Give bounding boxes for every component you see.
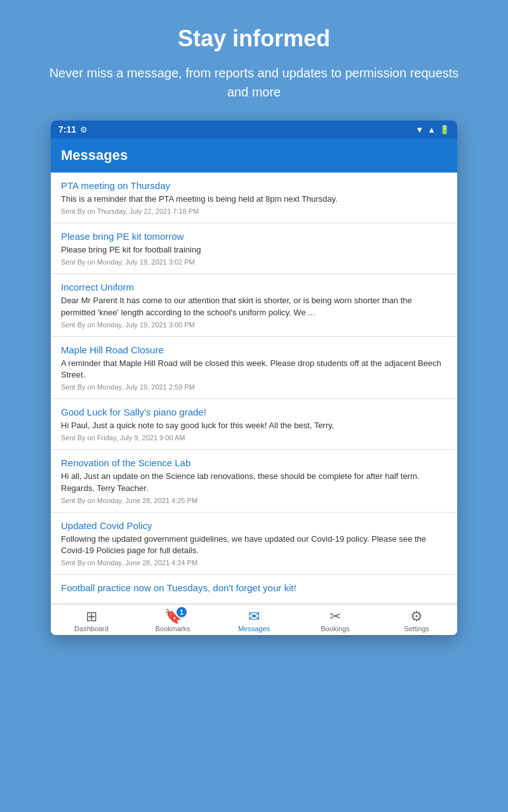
wifi-icon: ▼: [415, 125, 424, 134]
settings-icon: ⚙: [80, 125, 88, 134]
message-preview: A reminder that Maple Hill Road will be …: [61, 358, 447, 381]
message-meta: Sent By on Monday, July 19, 2021 3:00 PM: [61, 321, 447, 329]
app-header: Messages: [51, 138, 457, 173]
status-time: 7:11: [58, 124, 76, 134]
hero-subtitle: Never miss a message, from reports and u…: [38, 63, 470, 102]
message-meta: Sent By on Friday, July 9, 2021 9:00 AM: [61, 434, 447, 442]
nav-label-messages: Messages: [238, 625, 270, 632]
message-meta: Sent By on Thursday, July 22, 2021 7:18 …: [61, 207, 447, 215]
message-title: Renovation of the Science Lab: [61, 457, 447, 468]
message-item[interactable]: Please bring PE kit tomorrowPlease bring…: [51, 223, 457, 274]
message-preview: Please bring PE kit for football trainin…: [61, 244, 447, 256]
nav-badge: 1: [177, 607, 187, 617]
message-preview: Hi Paul, Just a quick note to say good l…: [61, 420, 447, 431]
message-preview: This is a reminder that the PTA meeting …: [61, 193, 447, 205]
status-right: ▼ ▲ 🔋: [415, 125, 450, 134]
nav-label-bookings: Bookings: [321, 625, 349, 632]
message-title: Football practice now on Tuesdays, don't…: [61, 582, 447, 593]
message-title: Please bring PE kit tomorrow: [61, 231, 447, 242]
nav-item-bookings[interactable]: ✂Bookings: [316, 610, 354, 632]
message-meta: Sent By on Monday, June 28, 2021 4:24 PM: [61, 559, 447, 566]
status-bar: 7:11 ⚙ ▼ ▲ 🔋: [51, 121, 457, 138]
messages-list: PTA meeting on ThursdayThis is a reminde…: [51, 173, 457, 604]
status-left: 7:11 ⚙: [58, 124, 88, 134]
message-meta: Sent By on Monday, June 28, 2021 4:25 PM: [61, 497, 447, 504]
message-item[interactable]: Incorrect UniformDear Mr Parent It has c…: [51, 274, 457, 336]
nav-item-settings[interactable]: ⚙Settings: [398, 610, 436, 632]
nav-item-dashboard[interactable]: ⊞Dashboard: [72, 610, 110, 632]
bookings-icon: ✂: [330, 610, 341, 624]
message-title: Incorrect Uniform: [61, 282, 447, 292]
message-meta: Sent By on Monday, July 19, 2021 3:02 PM: [61, 258, 447, 266]
message-item[interactable]: Renovation of the Science LabHi all, Jus…: [51, 450, 457, 512]
bottom-nav: ⊞Dashboard1🔖Bookmarks✉Messages✂Bookings⚙…: [51, 604, 457, 635]
nav-label-dashboard: Dashboard: [74, 625, 109, 632]
message-item[interactable]: Good Luck for Sally's piano grade!Hi Pau…: [51, 399, 457, 450]
dashboard-icon: ⊞: [86, 610, 97, 624]
message-item[interactable]: Football practice now on Tuesdays, don't…: [51, 575, 457, 604]
nav-label-bookmarks: Bookmarks: [155, 625, 190, 632]
phone-frame: 7:11 ⚙ ▼ ▲ 🔋 Messages PTA meeting on Thu…: [51, 121, 457, 635]
battery-icon: 🔋: [439, 125, 450, 134]
messages-icon: ✉: [248, 610, 260, 624]
hero-title: Stay informed: [38, 25, 470, 52]
message-title: PTA meeting on Thursday: [61, 180, 447, 191]
message-item[interactable]: Updated Covid PolicyFollowing the update…: [51, 513, 457, 575]
hero-section: Stay informed Never miss a message, from…: [0, 0, 508, 121]
message-meta: Sent By on Monday, July 19, 2021 2:59 PM: [61, 383, 447, 391]
message-preview: Dear Mr Parent It has come to our attent…: [61, 295, 447, 318]
message-item[interactable]: Maple Hill Road ClosureA reminder that M…: [51, 337, 457, 399]
signal-icon: ▲: [427, 125, 436, 134]
message-title: Maple Hill Road Closure: [61, 344, 447, 355]
app-title: Messages: [61, 147, 128, 163]
nav-item-bookmarks[interactable]: 1🔖Bookmarks: [154, 610, 192, 632]
nav-item-messages[interactable]: ✉Messages: [235, 610, 273, 632]
message-title: Updated Covid Policy: [61, 520, 447, 531]
settings-icon: ⚙: [410, 610, 423, 624]
message-item[interactable]: PTA meeting on ThursdayThis is a reminde…: [51, 173, 457, 223]
message-preview: Following the updated government guideli…: [61, 534, 447, 556]
message-title: Good Luck for Sally's piano grade!: [61, 407, 447, 417]
message-preview: Hi all, Just an update on the Science la…: [61, 471, 447, 494]
nav-label-settings: Settings: [404, 625, 429, 632]
